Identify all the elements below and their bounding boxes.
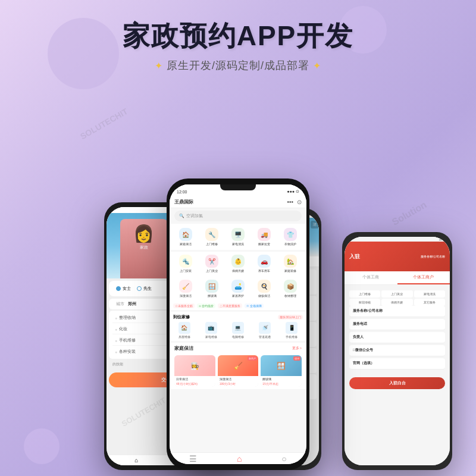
cat-label-decoration: 家庭装修 [284,269,296,273]
nav-home-icon[interactable]: ⌂ [134,457,138,464]
cleaning-title: 家庭保洁 [174,345,193,352]
card-deep-clean[interactable]: 🧹 深度保洁 199元/3小时 新用户 [218,355,259,387]
reg-status: •••⊙ [345,237,450,242]
cat-item-furniture[interactable]: 🛋️ 家居养护 [226,278,250,299]
bottom-nav-search[interactable]: ○ [281,454,286,464]
reg-banner-sub: 服务各称/公司名称 [421,255,445,258]
field-person[interactable]: 负责人 [349,332,445,343]
phone-far-right-screen: •••⊙ 入驻 服务各称/公司名称 个体工商 个体工商户 [345,237,450,465]
main-category-grid-1: 🏠 家庭保洁 🔧 上门维修 🖥️ 家电清洗 🚚 搬家拉货 [170,224,306,250]
cat-icon-furniture: 🛋️ [231,280,245,293]
cat-icon-laundry: 👕 [284,228,297,241]
cat-item-glass[interactable]: 🪟 擦玻璃 [199,278,224,299]
service-item-phone-repair[interactable]: ●手机维修 [112,336,168,346]
fix-pipe-label: 管道疏通 [259,335,271,339]
nav-dots-icon[interactable]: ••• [287,199,293,205]
fix-tv[interactable]: 📺 家电维修 [205,322,217,339]
phone-notch [220,184,256,190]
cat-label-deep-clean: 深度保洁 [180,294,192,298]
cat-icon-decoration: 🏡 [284,255,297,268]
service-item-tidying[interactable]: ●整理收纳 [112,313,168,323]
cat-item-home-clean[interactable]: 🏠 家庭保洁 [173,226,198,248]
nav-target-icon[interactable]: ⊙ [297,199,302,205]
card-glass-label: 擦玻璃 [261,376,302,382]
fix-house[interactable]: 🏠 房屋维修 [178,322,190,339]
female-icon: 👩 [133,224,154,243]
star-icon: ✦ [155,61,163,71]
cleaning-section-header: 家庭保洁 更多> [170,343,306,353]
fix-section: 到位家修 最快30分钟上门 🏠 房屋维修 📺 家电维修 � [170,312,306,341]
phone-main: 12:00 ●●● ⊙ 王鼎国际 ••• ⊙ 空调加氟 🏠 家庭保 [167,178,309,470]
cat-label-laundry: 衣物洗护 [284,242,296,246]
fix-pipe-icon: 🚿 [259,322,271,334]
card-deep-label: 深度保洁 [218,376,259,382]
reg-tab-personal[interactable]: 个体工商 [345,271,397,284]
service-item-3[interactable]: 家电清洗 [414,290,445,298]
nav-location[interactable]: 王鼎国际 [174,199,193,205]
card-daily-clean[interactable]: 👩‍🍳 日常保洁 48元/小时(满2h) [174,355,215,387]
fix-computer[interactable]: 💻 电脑维修 [232,322,244,339]
cat-item-moving[interactable]: 🚚 搬家拉货 [252,226,277,248]
city-value: 郑州 [128,301,136,307]
service-item-4[interactable]: 鲜花绿植 [349,299,380,306]
bottom-nav-home[interactable]: ⌂ [237,454,242,464]
field-phone[interactable]: 服务电话 [349,319,445,330]
field-website[interactable]: 官网（选填） [349,358,445,369]
cat-item-organize[interactable]: 📦 收纳整理 [278,278,303,299]
service-item-5[interactable]: 保姆月嫂 [381,299,412,306]
cat-item-install[interactable]: 🔩 上门安装 [173,253,198,274]
gender-dot-female [116,286,121,291]
fix-phone[interactable]: 📱 手机维修 [286,322,298,339]
cat-item-repair[interactable]: 🔧 上门维修 [199,226,224,248]
cat-item-nanny[interactable]: 👶 保姆月嫂 [226,253,250,274]
cleaning-more[interactable]: 更多> [292,346,302,351]
cat-label-home-clean: 家庭保洁 [180,242,192,246]
tag-guarantee: ♾ 全场保障 [245,303,263,308]
reg-banner-text: 入驻 [349,253,360,261]
cat-icon-glass: 🪟 [205,280,218,293]
service-item-makeup[interactable]: ●化妆 [112,324,168,334]
cat-item-appliance-clean[interactable]: 🖥️ 家电清洗 [226,226,250,248]
bottom-nav-menu[interactable]: ☰ [189,454,197,464]
banner-label: 洁 [311,221,319,228]
main-search-bar[interactable]: 空调加氟 [174,211,302,221]
reg-tab-company[interactable]: 个体工商户 [397,271,450,284]
service-item-2[interactable]: 上门美业 [381,290,412,298]
main-category-grid-2: 🔩 上门安装 ✂️ 上门美业 👶 保姆月嫂 🚗 养车用车 [170,252,306,277]
cat-item-laundry[interactable]: 👕 衣物洗护 [278,226,303,248]
main-category-grid-3: 🧹 深度保洁 🪟 擦玻璃 🛋️ 家居养护 🍳 做饭保洁 [170,277,306,302]
field-wechat[interactable]: □微信公众号 [349,345,445,356]
main-screen-content: 12:00 ●●● ⊙ 王鼎国际 ••• ⊙ 空调加氟 🏠 家庭保 [170,184,306,464]
gender-female[interactable]: 女士 [116,286,131,292]
cat-item-deep-clean[interactable]: 🧹 深度保洁 [173,278,198,299]
reg-screen: •••⊙ 入驻 服务各称/公司名称 个体工商 个体工商户 [345,237,450,465]
fix-icons: 🏠 房屋维修 📺 家电维修 💻 电脑维修 🚿 [173,322,303,339]
field-wechat-label: □微信公众号 [353,347,441,353]
cat-icon-home-clean: 🏠 [179,228,192,241]
service-cards: 👩‍🍳 日常保洁 48元/小时(满2h) 🧹 深度保洁 199元/3小时 新用户… [170,353,306,389]
cat-item-beauty[interactable]: ✂️ 上门美业 [199,253,224,274]
service-item-6[interactable]: 其它服务 [414,299,445,306]
cat-item-car[interactable]: 🚗 养车用车 [252,253,277,274]
card-glass-clean[interactable]: 🪟 擦玻璃 15元/平米起 送50 [261,355,302,387]
field-company-name[interactable]: 服务各称/公司名称 [349,306,445,317]
cat-label-car: 养车用车 [258,269,270,273]
gender-male[interactable]: 先生 [137,286,152,292]
cat-icon-install: 🔩 [179,255,192,268]
card-deep-price: 199元/3小时 [218,382,259,387]
cat-label-appliance-clean: 家电清洗 [232,242,244,246]
star-icon-2: ✦ [313,61,321,71]
cat-item-cooking[interactable]: 🍳 做饭保洁 [252,278,277,299]
service-item-install[interactable]: ●各种安装 [112,347,168,356]
fix-pipe[interactable]: 🚿 管道疏通 [259,322,271,339]
cat-icon-appliance-clean: 🖥️ [231,228,245,241]
service-dot-1: ● [115,316,117,320]
phones-container: •••⊙ 入驻 服务各称/公司名称 个体工商 个体工商户 [12,119,464,470]
service-item-1[interactable]: 上门维修 [349,290,380,298]
cat-label-furniture: 家居养护 [232,294,244,298]
submit-btn[interactable]: 入驻白台 [349,377,445,389]
cat-item-decoration[interactable]: 🏡 家庭装修 [278,253,303,274]
cat-label-nanny: 保姆月嫂 [232,269,244,273]
subtitle: ✦ 原生开发/源码定制/成品部署 ✦ [0,58,476,73]
tag-low-price: ⊙ 合约低价 [197,303,215,308]
